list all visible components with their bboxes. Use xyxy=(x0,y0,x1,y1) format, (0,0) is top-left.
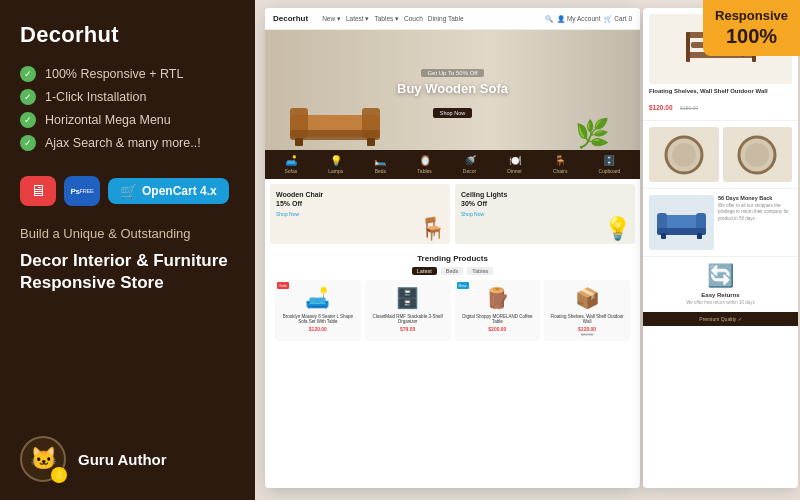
ms-nav-icons: 🔍 👤 My Account 🛒 Cart 0 xyxy=(545,15,632,23)
nav-link-latest[interactable]: Latest ▾ xyxy=(346,15,370,23)
cat-icon-tables: 🪞 xyxy=(419,155,431,166)
cat-chairs[interactable]: 🪑 Chairs xyxy=(553,155,567,174)
product-old-price-4: $80.00 xyxy=(548,332,626,337)
ss-trust-icon: 🔄 xyxy=(649,263,792,289)
cat-label-cupboard: Cupboard xyxy=(598,168,620,174)
filter-tab-latest[interactable]: Latest xyxy=(412,267,437,275)
product-card-3[interactable]: New 🪵 Digital Shoppy MORELAND Coffee Tab… xyxy=(455,280,541,341)
product-card-1[interactable]: Sale 🛋️ Brooklyn Massey 8 Seater L Shape… xyxy=(275,280,361,341)
cat-label-tables: Tables xyxy=(417,168,431,174)
product-badge-1: Sale xyxy=(277,282,289,289)
cat-beds[interactable]: 🛏️ Beds xyxy=(374,155,386,174)
ss-dark-section: Premium Quality ✓ xyxy=(643,312,798,326)
product-img-1: 🛋️ xyxy=(279,284,357,312)
cat-lamps[interactable]: 💡 Lamps xyxy=(328,155,343,174)
filter-tab-beds[interactable]: Beds xyxy=(441,267,464,275)
product-price-3: $200.00 xyxy=(459,326,537,332)
tagline-big: Decor Interior & Furniture Responsive St… xyxy=(20,250,235,296)
plant-icon: 🌿 xyxy=(575,117,610,150)
svg-point-17 xyxy=(745,143,769,167)
nav-link-dining[interactable]: Dining Table xyxy=(428,15,464,23)
promo-icon-1: 🪑 xyxy=(419,216,446,242)
cart-nav-icon[interactable]: 🛒 Cart 0 xyxy=(604,15,632,23)
product-card-2[interactable]: 🗄️ ClosetMaid RMF Stackable 3-Shelf Orga… xyxy=(365,280,451,341)
cat-icon-dinner: 🍽️ xyxy=(509,155,521,166)
promo-title-1: Wooden Chair15% Off xyxy=(276,190,444,208)
cat-sofas[interactable]: 🛋️ Sofas xyxy=(285,155,298,174)
product-name-3: Digital Shoppy MORELAND Coffee Table xyxy=(459,314,537,325)
badge-row: 🖥 PsFREE 🛒 OpenCart 4.x xyxy=(20,176,235,206)
cat-icon-chairs: 🪑 xyxy=(554,155,566,166)
product-price-2: $79.00 xyxy=(369,326,447,332)
opencart-badge[interactable]: 🛒 OpenCart 4.x xyxy=(108,178,229,204)
cat-label-dinner: Dinner xyxy=(507,168,522,174)
ss-dark-text: Premium Quality ✓ xyxy=(649,316,792,322)
tagline-small: Build a Unique & Outstanding xyxy=(20,224,235,244)
feature-item-2: ✓ 1-Click Installation xyxy=(20,89,235,105)
ps-badge: PsFREE xyxy=(64,176,100,206)
feature-item-3: ✓ Horizontal Mega Menu xyxy=(20,112,235,128)
svg-rect-23 xyxy=(697,233,702,239)
feature-list: ✓ 100% Responsive + RTL ✓ 1-Click Instal… xyxy=(20,66,235,158)
ss-sofa-text: We offer to all our shoppers the privile… xyxy=(718,203,792,222)
nav-link-new[interactable]: New ▾ xyxy=(322,15,341,23)
product-img-2: 🗄️ xyxy=(369,284,447,312)
side-screenshot: Floating Shelves, Wall Shelf Outdoor Wal… xyxy=(643,8,798,488)
ss-sofa-img xyxy=(649,195,714,250)
ss-trust-section: 🔄 Easy Returns We offer free return with… xyxy=(643,257,798,312)
product-card-4[interactable]: 📦 Floating Shelves, Wall Shelf Outdoor W… xyxy=(544,280,630,341)
brand-title: Decorhut xyxy=(20,22,235,48)
ss-shelf-price: $120.00 xyxy=(649,104,673,111)
cat-icon-decor: 🚿 xyxy=(464,155,476,166)
cat-tables[interactable]: 🪞 Tables xyxy=(417,155,431,174)
monitor-badge: 🖥 xyxy=(20,176,56,206)
trending-title: Trending Products xyxy=(271,254,634,263)
cat-icon-lamps: 💡 xyxy=(330,155,342,166)
ss-shelf-old: $180.00 xyxy=(680,105,698,111)
product-price-1: $120.00 xyxy=(279,326,357,332)
nav-link-couch[interactable]: Couch xyxy=(404,15,423,23)
cat-icon-beds: 🛏️ xyxy=(374,155,386,166)
promo-card-1[interactable]: Wooden Chair15% Off Shop Now 🪑 xyxy=(270,184,450,244)
main-screenshot: Decorhut New ▾ Latest ▾ Tables ▾ Couch D… xyxy=(265,8,640,488)
ss-shelf-name: Floating Shelves, Wall Shelf Outdoor Wal… xyxy=(649,88,792,94)
ms-promo-row: Wooden Chair15% Off Shop Now 🪑 Ceiling L… xyxy=(265,179,640,249)
svg-rect-4 xyxy=(295,138,303,146)
check-icon-4: ✓ xyxy=(20,135,36,151)
ms-hero-content: Get Up To 50% Off Buy Wooden Sofa Shop N… xyxy=(397,61,508,120)
promo-card-2[interactable]: Ceiling Lights30% Off Shop Now 💡 xyxy=(455,184,635,244)
nav-link-tables[interactable]: Tables ▾ xyxy=(374,15,399,23)
cat-label-sofas: Sofas xyxy=(285,168,298,174)
ss-trust-text: We offer free return within 30 days xyxy=(649,300,792,306)
ss-mirrors-section xyxy=(643,121,798,189)
cat-decor[interactable]: 🚿 Decor xyxy=(463,155,476,174)
ss-trust-title: Easy Returns xyxy=(649,292,792,298)
cat-icon-cupboard: 🗄️ xyxy=(603,155,615,166)
cat-dinner[interactable]: 🍽️ Dinner xyxy=(507,155,522,174)
svg-rect-3 xyxy=(290,130,380,140)
ms-nav-links: New ▾ Latest ▾ Tables ▾ Couch Dining Tab… xyxy=(322,15,463,23)
promo-icon-2: 💡 xyxy=(604,216,631,242)
filter-tab-tables[interactable]: Tables xyxy=(467,267,493,275)
promo-title-2: Ceiling Lights30% Off xyxy=(461,190,629,208)
cat-label-chairs: Chairs xyxy=(553,168,567,174)
author-row: 🐱 ⭐ Guru Author xyxy=(20,436,235,482)
product-img-3: 🪵 xyxy=(459,284,537,312)
svg-rect-9 xyxy=(686,32,690,62)
author-avatar: 🐱 ⭐ xyxy=(20,436,66,482)
star-badge: ⭐ xyxy=(51,467,67,483)
ms-nav: Decorhut New ▾ Latest ▾ Tables ▾ Couch D… xyxy=(265,8,640,30)
right-panel: Responsive 100% Decorhut New ▾ Latest ▾ … xyxy=(255,0,800,500)
account-nav-icon[interactable]: 👤 My Account xyxy=(557,15,600,23)
ss-shelf-pricing: $120.00 $180.00 xyxy=(649,96,792,114)
cat-cupboard[interactable]: 🗄️ Cupboard xyxy=(598,155,620,174)
feature-item-1: ✓ 100% Responsive + RTL xyxy=(20,66,235,82)
ms-filter-tabs: Latest Beds Tables xyxy=(271,267,634,275)
feature-item-4: ✓ Ajax Search & many more..! xyxy=(20,135,235,151)
hero-btn[interactable]: Shop Now xyxy=(433,108,472,118)
ms-products-grid: Sale 🛋️ Brooklyn Massey 8 Seater L Shape… xyxy=(271,280,634,341)
search-nav-icon[interactable]: 🔍 xyxy=(545,15,553,23)
check-icon-1: ✓ xyxy=(20,66,36,82)
svg-point-15 xyxy=(672,143,696,167)
ss-mirror-1 xyxy=(649,127,719,182)
